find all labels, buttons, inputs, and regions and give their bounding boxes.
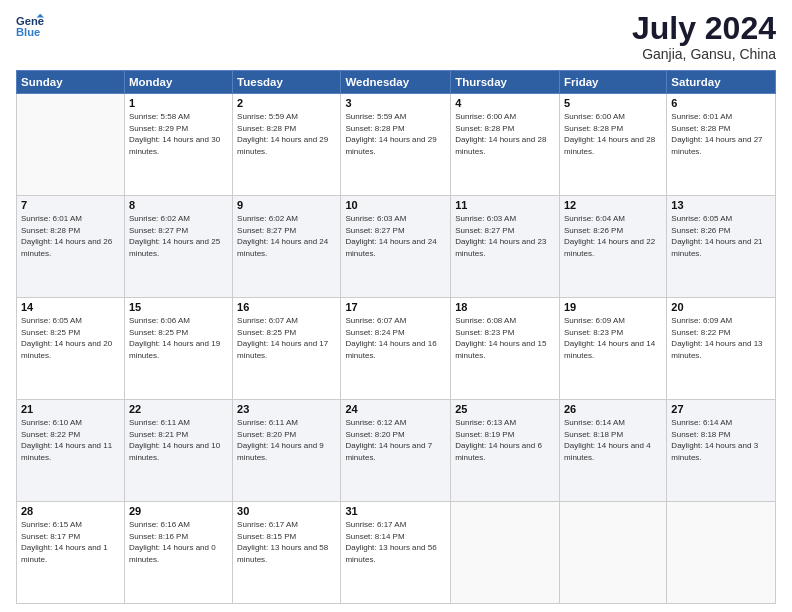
- logo: General Blue: [16, 12, 44, 40]
- day-info: Sunrise: 6:13 AMSunset: 8:19 PMDaylight:…: [455, 417, 555, 463]
- day-info: Sunrise: 6:07 AMSunset: 8:24 PMDaylight:…: [345, 315, 446, 361]
- day-info: Sunrise: 6:03 AMSunset: 8:27 PMDaylight:…: [455, 213, 555, 259]
- day-info: Sunrise: 6:01 AMSunset: 8:28 PMDaylight:…: [21, 213, 120, 259]
- day-number: 17: [345, 301, 446, 313]
- day-number: 12: [564, 199, 662, 211]
- calendar-cell: 5 Sunrise: 6:00 AMSunset: 8:28 PMDayligh…: [559, 94, 666, 196]
- calendar-cell: 7 Sunrise: 6:01 AMSunset: 8:28 PMDayligh…: [17, 196, 125, 298]
- week-row: 21 Sunrise: 6:10 AMSunset: 8:22 PMDaylig…: [17, 400, 776, 502]
- calendar-cell: 13 Sunrise: 6:05 AMSunset: 8:26 PMDaylig…: [667, 196, 776, 298]
- day-number: 6: [671, 97, 771, 109]
- col-header-tuesday: Tuesday: [233, 71, 341, 94]
- col-header-sunday: Sunday: [17, 71, 125, 94]
- day-number: 25: [455, 403, 555, 415]
- day-number: 2: [237, 97, 336, 109]
- header-row: SundayMondayTuesdayWednesdayThursdayFrid…: [17, 71, 776, 94]
- day-info: Sunrise: 6:15 AMSunset: 8:17 PMDaylight:…: [21, 519, 120, 565]
- calendar-cell: 8 Sunrise: 6:02 AMSunset: 8:27 PMDayligh…: [124, 196, 232, 298]
- day-info: Sunrise: 6:14 AMSunset: 8:18 PMDaylight:…: [564, 417, 662, 463]
- calendar-cell: [667, 502, 776, 604]
- calendar-cell: [17, 94, 125, 196]
- day-number: 1: [129, 97, 228, 109]
- calendar-cell: 18 Sunrise: 6:08 AMSunset: 8:23 PMDaylig…: [451, 298, 560, 400]
- svg-text:Blue: Blue: [16, 26, 40, 38]
- day-number: 19: [564, 301, 662, 313]
- calendar-cell: 2 Sunrise: 5:59 AMSunset: 8:28 PMDayligh…: [233, 94, 341, 196]
- calendar-cell: 19 Sunrise: 6:09 AMSunset: 8:23 PMDaylig…: [559, 298, 666, 400]
- col-header-friday: Friday: [559, 71, 666, 94]
- calendar-cell: 21 Sunrise: 6:10 AMSunset: 8:22 PMDaylig…: [17, 400, 125, 502]
- day-number: 15: [129, 301, 228, 313]
- day-info: Sunrise: 6:05 AMSunset: 8:26 PMDaylight:…: [671, 213, 771, 259]
- week-row: 14 Sunrise: 6:05 AMSunset: 8:25 PMDaylig…: [17, 298, 776, 400]
- calendar-cell: 17 Sunrise: 6:07 AMSunset: 8:24 PMDaylig…: [341, 298, 451, 400]
- day-info: Sunrise: 6:17 AMSunset: 8:14 PMDaylight:…: [345, 519, 446, 565]
- day-info: Sunrise: 6:05 AMSunset: 8:25 PMDaylight:…: [21, 315, 120, 361]
- day-number: 10: [345, 199, 446, 211]
- day-info: Sunrise: 6:06 AMSunset: 8:25 PMDaylight:…: [129, 315, 228, 361]
- day-number: 21: [21, 403, 120, 415]
- day-number: 26: [564, 403, 662, 415]
- day-number: 4: [455, 97, 555, 109]
- day-number: 22: [129, 403, 228, 415]
- calendar-cell: 22 Sunrise: 6:11 AMSunset: 8:21 PMDaylig…: [124, 400, 232, 502]
- day-info: Sunrise: 6:11 AMSunset: 8:20 PMDaylight:…: [237, 417, 336, 463]
- col-header-saturday: Saturday: [667, 71, 776, 94]
- day-number: 11: [455, 199, 555, 211]
- calendar-cell: [451, 502, 560, 604]
- calendar-cell: 30 Sunrise: 6:17 AMSunset: 8:15 PMDaylig…: [233, 502, 341, 604]
- calendar-cell: 10 Sunrise: 6:03 AMSunset: 8:27 PMDaylig…: [341, 196, 451, 298]
- day-info: Sunrise: 5:59 AMSunset: 8:28 PMDaylight:…: [345, 111, 446, 157]
- col-header-wednesday: Wednesday: [341, 71, 451, 94]
- calendar-cell: 4 Sunrise: 6:00 AMSunset: 8:28 PMDayligh…: [451, 94, 560, 196]
- day-info: Sunrise: 5:58 AMSunset: 8:29 PMDaylight:…: [129, 111, 228, 157]
- day-info: Sunrise: 6:00 AMSunset: 8:28 PMDaylight:…: [564, 111, 662, 157]
- day-number: 27: [671, 403, 771, 415]
- calendar-cell: 24 Sunrise: 6:12 AMSunset: 8:20 PMDaylig…: [341, 400, 451, 502]
- calendar-cell: 16 Sunrise: 6:07 AMSunset: 8:25 PMDaylig…: [233, 298, 341, 400]
- day-info: Sunrise: 6:01 AMSunset: 8:28 PMDaylight:…: [671, 111, 771, 157]
- day-number: 7: [21, 199, 120, 211]
- day-info: Sunrise: 6:09 AMSunset: 8:23 PMDaylight:…: [564, 315, 662, 361]
- calendar-cell: 11 Sunrise: 6:03 AMSunset: 8:27 PMDaylig…: [451, 196, 560, 298]
- day-number: 30: [237, 505, 336, 517]
- calendar-cell: 20 Sunrise: 6:09 AMSunset: 8:22 PMDaylig…: [667, 298, 776, 400]
- day-info: Sunrise: 6:16 AMSunset: 8:16 PMDaylight:…: [129, 519, 228, 565]
- calendar-cell: 15 Sunrise: 6:06 AMSunset: 8:25 PMDaylig…: [124, 298, 232, 400]
- week-row: 7 Sunrise: 6:01 AMSunset: 8:28 PMDayligh…: [17, 196, 776, 298]
- day-info: Sunrise: 6:00 AMSunset: 8:28 PMDaylight:…: [455, 111, 555, 157]
- day-number: 3: [345, 97, 446, 109]
- calendar-cell: [559, 502, 666, 604]
- logo-icon: General Blue: [16, 12, 44, 40]
- calendar: SundayMondayTuesdayWednesdayThursdayFrid…: [16, 70, 776, 604]
- day-number: 9: [237, 199, 336, 211]
- day-number: 13: [671, 199, 771, 211]
- calendar-cell: 9 Sunrise: 6:02 AMSunset: 8:27 PMDayligh…: [233, 196, 341, 298]
- calendar-cell: 31 Sunrise: 6:17 AMSunset: 8:14 PMDaylig…: [341, 502, 451, 604]
- calendar-cell: 3 Sunrise: 5:59 AMSunset: 8:28 PMDayligh…: [341, 94, 451, 196]
- title-block: July 2024 Ganjia, Gansu, China: [632, 12, 776, 62]
- calendar-cell: 28 Sunrise: 6:15 AMSunset: 8:17 PMDaylig…: [17, 502, 125, 604]
- day-info: Sunrise: 5:59 AMSunset: 8:28 PMDaylight:…: [237, 111, 336, 157]
- day-info: Sunrise: 6:09 AMSunset: 8:22 PMDaylight:…: [671, 315, 771, 361]
- calendar-cell: 1 Sunrise: 5:58 AMSunset: 8:29 PMDayligh…: [124, 94, 232, 196]
- month-year: July 2024: [632, 12, 776, 44]
- day-info: Sunrise: 6:14 AMSunset: 8:18 PMDaylight:…: [671, 417, 771, 463]
- calendar-cell: 14 Sunrise: 6:05 AMSunset: 8:25 PMDaylig…: [17, 298, 125, 400]
- week-row: 28 Sunrise: 6:15 AMSunset: 8:17 PMDaylig…: [17, 502, 776, 604]
- day-number: 8: [129, 199, 228, 211]
- calendar-cell: 6 Sunrise: 6:01 AMSunset: 8:28 PMDayligh…: [667, 94, 776, 196]
- day-number: 29: [129, 505, 228, 517]
- week-row: 1 Sunrise: 5:58 AMSunset: 8:29 PMDayligh…: [17, 94, 776, 196]
- day-info: Sunrise: 6:07 AMSunset: 8:25 PMDaylight:…: [237, 315, 336, 361]
- day-number: 5: [564, 97, 662, 109]
- day-info: Sunrise: 6:04 AMSunset: 8:26 PMDaylight:…: [564, 213, 662, 259]
- calendar-cell: 23 Sunrise: 6:11 AMSunset: 8:20 PMDaylig…: [233, 400, 341, 502]
- day-number: 23: [237, 403, 336, 415]
- day-number: 24: [345, 403, 446, 415]
- day-info: Sunrise: 6:03 AMSunset: 8:27 PMDaylight:…: [345, 213, 446, 259]
- day-info: Sunrise: 6:10 AMSunset: 8:22 PMDaylight:…: [21, 417, 120, 463]
- col-header-monday: Monday: [124, 71, 232, 94]
- day-number: 14: [21, 301, 120, 313]
- col-header-thursday: Thursday: [451, 71, 560, 94]
